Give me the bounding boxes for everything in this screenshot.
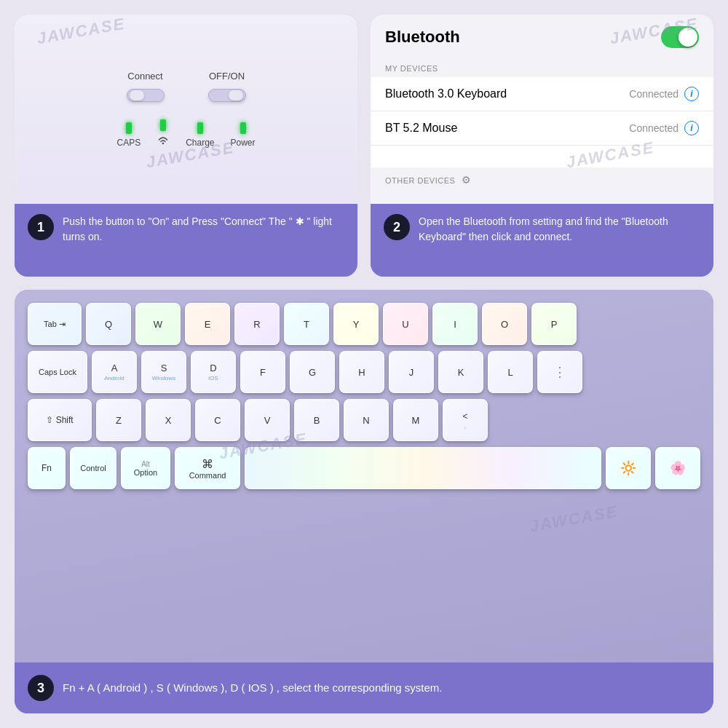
connect-label: Connect — [127, 71, 162, 82]
key-l[interactable]: L — [488, 351, 533, 393]
device-row-mouse[interactable]: BT 5.2 Mouse Connected i — [371, 111, 713, 146]
key-o[interactable]: O — [482, 303, 527, 345]
offon-group: OFF/ON — [208, 71, 246, 102]
keyboard-caption: 3 Fn + A ( Android ) , S ( Windows ), D … — [15, 662, 713, 713]
device-name-keyboard: Bluetooth 3.0 Keyboard — [385, 87, 507, 100]
keyboard-row4: Fn Control Alt Option ⌘ Command 🔆 🌸 — [28, 447, 700, 489]
main-container: Connect OFF/ON CAPS — [0, 0, 728, 728]
wifi-label — [157, 135, 170, 148]
step2-badge: 2 — [384, 214, 410, 240]
indicators-row: CAPS — [116, 119, 255, 148]
key-t[interactable]: T — [284, 303, 329, 345]
key-option[interactable]: Alt Option — [121, 447, 170, 489]
led-wifi — [160, 119, 166, 131]
keyboard-row1: Tab ⇥ Q W E R T Y U I O P — [28, 303, 700, 345]
key-f[interactable]: F — [240, 351, 285, 393]
step1-badge: 1 — [28, 214, 54, 240]
key-fn[interactable]: Fn — [28, 447, 66, 489]
connect-group: Connect — [127, 71, 165, 102]
key-emoji[interactable]: 🌸 — [655, 447, 700, 489]
key-y[interactable]: Y — [333, 303, 379, 345]
keyboard-panel: Tab ⇥ Q W E R T Y U I O P Caps Lock AAnd… — [15, 290, 713, 713]
key-u[interactable]: U — [383, 303, 428, 345]
key-i[interactable]: I — [432, 303, 478, 345]
devices-list: Bluetooth 3.0 Keyboard Connected i BT 5.… — [371, 77, 713, 146]
key-tab[interactable]: Tab ⇥ — [28, 303, 82, 345]
indicator-caps: CAPS — [116, 122, 141, 148]
keyboard-row3: ⇧ Shift Z X C V B N M <, — [28, 399, 700, 441]
key-comma[interactable]: <, — [443, 399, 488, 441]
key-s[interactable]: SWindows — [141, 351, 186, 393]
bluetooth-title: Bluetooth — [385, 28, 460, 47]
svg-point-0 — [162, 143, 164, 144]
other-devices-label: OTHER DEVICES — [385, 176, 455, 185]
step3-badge: 3 — [28, 675, 54, 701]
led-power — [240, 122, 246, 134]
key-n[interactable]: N — [344, 399, 389, 441]
led-charge — [197, 122, 203, 134]
indicator-charge: Charge — [186, 122, 214, 148]
key-a[interactable]: AAndroid — [92, 351, 137, 393]
power-label: Power — [231, 138, 256, 148]
status-text-mouse: Connected — [629, 122, 678, 134]
status-text-keyboard: Connected — [629, 88, 678, 100]
led-caps — [126, 122, 132, 134]
caps-label: CAPS — [116, 138, 141, 148]
device-row-keyboard[interactable]: Bluetooth 3.0 Keyboard Connected i — [371, 77, 713, 111]
bluetooth-header: Bluetooth — [371, 15, 713, 55]
key-brightness[interactable]: 🔆 — [606, 447, 651, 489]
step1-text: Push the button to "On" and Press "Conne… — [63, 214, 344, 245]
top-row: Connect OFF/ON CAPS — [15, 15, 713, 277]
panel2-caption: 2 Open the Bluetooth from setting and fi… — [371, 204, 713, 277]
key-m[interactable]: M — [393, 399, 438, 441]
other-devices-section: OTHER DEVICES ⚙ — [371, 167, 713, 189]
key-semicolon[interactable]: ⋮ — [537, 351, 582, 393]
panel2-image: Bluetooth MY DEVICES Bluetooth 3.0 Keybo… — [371, 15, 713, 204]
panel1-caption: 1 Push the button to "On" and Press "Con… — [15, 204, 357, 277]
keyboard-row2: Caps Lock AAndroid SWindows DiOS F G H J… — [28, 351, 700, 393]
connect-button[interactable] — [127, 89, 165, 102]
key-control[interactable]: Control — [70, 447, 116, 489]
offon-label: OFF/ON — [209, 71, 245, 82]
buttons-row: Connect OFF/ON — [127, 71, 246, 102]
indicator-wifi — [157, 119, 170, 148]
key-c[interactable]: C — [195, 399, 240, 441]
panel1: Connect OFF/ON CAPS — [15, 15, 357, 277]
my-devices-label: MY DEVICES — [371, 61, 713, 77]
info-icon-mouse[interactable]: i — [684, 121, 699, 135]
key-j[interactable]: J — [389, 351, 434, 393]
bluetooth-toggle[interactable] — [661, 26, 699, 48]
key-b[interactable]: B — [294, 399, 339, 441]
key-x[interactable]: X — [146, 399, 191, 441]
keyboard-area: Tab ⇥ Q W E R T Y U I O P Caps Lock AAnd… — [15, 290, 713, 662]
key-e[interactable]: E — [185, 303, 230, 345]
offon-button[interactable] — [208, 89, 246, 102]
device-name-mouse: BT 5.2 Mouse — [385, 122, 457, 135]
device-status-mouse: Connected i — [629, 121, 699, 135]
step2-text: Open the Bluetooth from setting and find… — [419, 214, 700, 245]
key-shift[interactable]: ⇧ Shift — [28, 399, 92, 441]
key-p[interactable]: P — [531, 303, 577, 345]
key-h[interactable]: H — [339, 351, 384, 393]
key-q[interactable]: Q — [86, 303, 131, 345]
key-g[interactable]: G — [290, 351, 335, 393]
key-command[interactable]: ⌘ Command — [175, 447, 240, 489]
indicator-power: Power — [231, 122, 256, 148]
panel2: Bluetooth MY DEVICES Bluetooth 3.0 Keybo… — [371, 15, 713, 277]
device-status-keyboard: Connected i — [629, 87, 699, 101]
panel1-image: Connect OFF/ON CAPS — [15, 15, 357, 204]
info-icon-keyboard[interactable]: i — [684, 87, 699, 101]
step3-text: Fn + A ( Android ) , S ( Windows ), D ( … — [63, 680, 442, 697]
key-d[interactable]: DiOS — [191, 351, 236, 393]
key-caps-lock[interactable]: Caps Lock — [28, 351, 87, 393]
charge-label: Charge — [186, 138, 214, 148]
key-z[interactable]: Z — [96, 399, 141, 441]
key-w[interactable]: W — [135, 303, 181, 345]
key-k[interactable]: K — [438, 351, 483, 393]
key-space[interactable] — [245, 447, 601, 489]
key-r[interactable]: R — [234, 303, 280, 345]
key-v[interactable]: V — [245, 399, 290, 441]
